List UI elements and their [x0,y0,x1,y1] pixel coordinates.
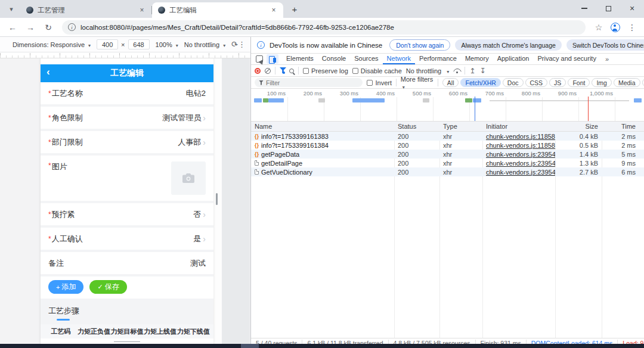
browser-tab[interactable]: 工艺编辑× [152,2,283,18]
image-upload-box[interactable] [171,161,206,195]
save-button[interactable]: ✓保存 [89,280,126,294]
browser-tab[interactable]: 工艺管理× [20,2,151,18]
devtools-tab-memory[interactable]: Memory [461,54,493,64]
viewport-height-input[interactable] [128,39,150,49]
minimize-button[interactable] [572,0,596,17]
profile-avatar[interactable] [608,20,623,35]
devtools-tab-privacy-and-security[interactable]: Privacy and security [533,54,600,64]
network-column-header[interactable]: Size [555,123,602,130]
forward-button[interactable]: → [23,20,38,35]
devtools-tab-application[interactable]: Application [493,54,534,64]
network-request-row[interactable]: {}info?t=1753399161384200xhrchunk-vendor… [251,141,644,150]
devtools-tab-network[interactable]: Network [383,54,415,64]
form-field[interactable]: *部门限制人事部› [41,131,213,153]
form-field[interactable]: *工艺名称电钻2 [41,82,213,104]
network-throttling-selector[interactable]: No throttling ▾ [406,67,449,74]
field-value[interactable]: 是 [193,234,201,244]
new-tab-button[interactable]: + [287,1,302,17]
more-tabs-button[interactable]: » [602,55,612,63]
network-column-header[interactable]: Type [439,123,482,130]
filter-pill[interactable]: JS [549,78,566,87]
network-table-header: NameStatusTypeInitiatorSizeTime [251,122,644,132]
throttling-selector[interactable]: No throttling ▾ [184,41,225,48]
toggle-device-toolbar-button[interactable] [267,54,278,64]
switch-devtools-chinese-button[interactable]: Switch DevTools to Chinese [566,39,644,51]
form-field-image[interactable]: * 图片 [41,156,213,201]
close-window-button[interactable]: × [620,0,644,17]
initiator-link[interactable]: chunk-vendors.js:23954 [486,151,555,158]
initiator-link[interactable]: chunk-vendors.js:23954 [486,169,555,176]
filter-pill[interactable]: Manifest [642,78,644,87]
network-column-header[interactable]: Time [602,123,639,130]
network-request-row[interactable]: {}info?t=1753399161383200xhrchunk-vendor… [251,132,644,141]
network-column-header[interactable]: Name [251,123,394,130]
timeline-request-bar [263,98,268,102]
export-har-icon[interactable]: ↧ [479,67,485,74]
browser-menu-button[interactable]: ⋮ [625,20,639,35]
filter-pill[interactable]: Fetch/XHR [460,78,500,87]
network-column-header[interactable]: Status [394,123,439,130]
field-value[interactable]: 否 [193,209,201,220]
address-bar[interactable]: i localhost:8080/#/pages/mes/Mes_Craft/D… [62,20,586,35]
filter-input[interactable] [266,79,358,86]
add-button[interactable]: +添加 [48,280,83,294]
tab-close-icon[interactable]: × [269,5,278,15]
back-button[interactable]: ← [5,20,20,35]
always-match-language-button[interactable]: Always match Chrome's language [455,39,561,51]
devtools-tab-sources[interactable]: Sources [350,54,382,64]
network-request-row[interactable]: {}getPageData200xhrchunk-vendors.js:2395… [251,150,644,159]
dimensions-selector[interactable]: Dimensions: Responsive ▾ [13,41,91,48]
more-filters-selector[interactable]: More filters ▾ [401,76,434,90]
invert-checkbox[interactable]: Invert [367,79,392,86]
record-network-log-button[interactable] [255,68,261,74]
network-request-row[interactable]: getDetailPage200xhrchunk-vendors.js:2395… [251,159,644,167]
network-request-row[interactable]: GetVueDictionary200xhrchunk-vendors.js:2… [251,167,644,176]
filter-pill[interactable]: All [442,78,459,87]
filter-pill[interactable]: Doc [503,78,524,87]
network-conditions-icon[interactable] [453,69,460,74]
app-back-icon[interactable]: ‹ [47,67,50,77]
devtools-tab-elements[interactable]: Elements [282,54,318,64]
filter-pill[interactable]: Font [568,78,590,87]
preserve-log-checkbox[interactable]: Preserve log [303,67,348,74]
page-scrollbar[interactable] [213,58,222,348]
import-har-icon[interactable]: ↥ [469,67,475,74]
initiator-link[interactable]: chunk-vendors.js:11858 [486,133,555,140]
search-icon[interactable] [289,69,294,73]
network-overview-timeline[interactable]: 100 ms200 ms300 ms400 ms500 ms600 ms700 … [251,89,644,122]
bookmark-star-icon[interactable]: ☆ [592,20,606,35]
reload-button[interactable]: ↻ [41,20,56,35]
page-scrollbar-thumb[interactable] [216,193,218,205]
initiator-link[interactable]: chunk-vendors.js:23954 [486,160,555,167]
inspect-element-icon[interactable] [256,55,263,63]
devtools-tab-performance[interactable]: Performance [415,54,461,64]
dont-show-again-button[interactable]: Don't show again [389,39,450,51]
device-mode-pane: Dimensions: Responsive ▾ × 100% ▾ No thr… [0,37,250,348]
form-field[interactable]: *人工确认是› [41,228,213,250]
form-field[interactable]: *角色限制测试管理员› [41,107,213,129]
taskbar-strip [0,344,644,348]
tab-search-button[interactable]: ▾ [4,1,19,17]
viewport-width-input[interactable] [97,39,118,49]
clear-network-log-button[interactable] [265,68,271,74]
field-value[interactable]: 测试管理员 [162,113,201,123]
filter-pill[interactable]: Img [592,78,612,87]
filter-toggle-button[interactable] [280,67,285,74]
site-info-icon[interactable]: i [68,23,76,31]
maximize-button[interactable] [596,0,620,17]
field-value[interactable]: 人事部 [178,137,201,148]
initiator-link[interactable]: chunk-vendors.js:11858 [486,142,555,149]
filter-pill[interactable]: Media [614,78,640,87]
tab-close-icon[interactable]: × [137,5,147,15]
devtools-tab-console[interactable]: Console [318,54,350,64]
disable-cache-checkbox[interactable]: Disable cache [352,67,402,74]
filter-pill[interactable]: CSS [525,78,548,87]
form-field[interactable]: *预拧紧否› [41,203,213,225]
form-field[interactable]: 备注测试 [41,252,213,274]
field-value[interactable]: 测试 [190,258,206,269]
request-name-text: getDetailPage [261,160,302,167]
network-column-header[interactable]: Initiator [482,123,555,130]
device-toolbar-menu[interactable]: ⋮ [238,40,246,49]
field-value[interactable]: 电钻2 [186,88,206,99]
zoom-selector[interactable]: 100% ▾ [156,41,178,48]
